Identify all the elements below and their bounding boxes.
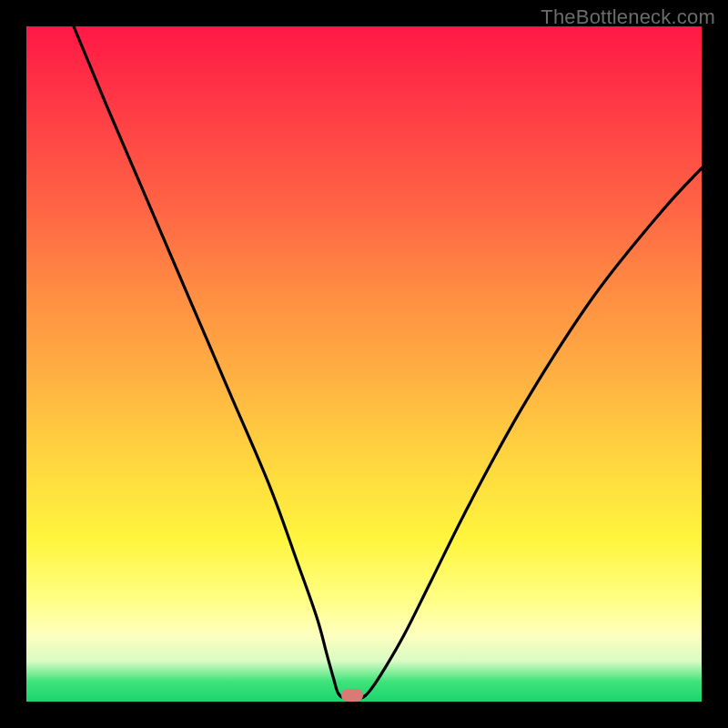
watermark-label: TheBottleneck.com (541, 5, 715, 29)
bottleneck-curve (26, 26, 702, 702)
chart-container: TheBottleneck.com (0, 0, 728, 728)
plot-area (26, 26, 702, 702)
optimum-marker (341, 689, 363, 702)
